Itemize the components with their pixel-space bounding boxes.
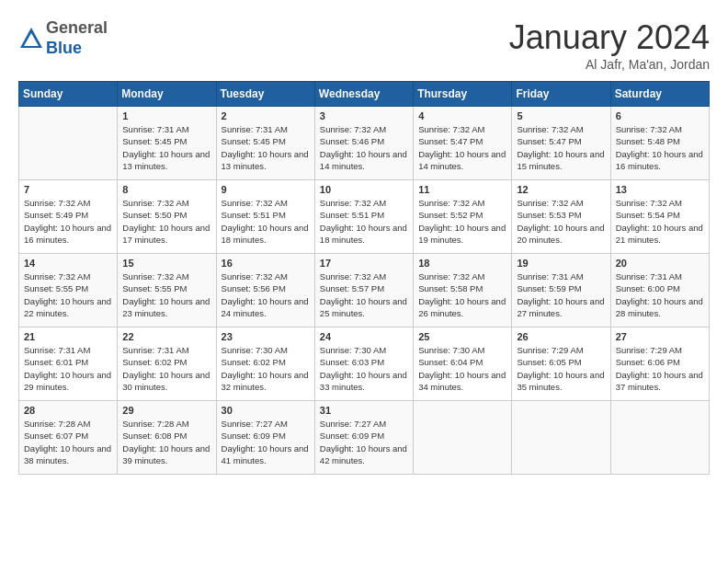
calendar-cell: 19Sunrise: 7:31 AMSunset: 5:59 PMDayligh… bbox=[512, 254, 610, 327]
calendar-cell: 4Sunrise: 7:32 AMSunset: 5:47 PMDaylight… bbox=[414, 107, 512, 180]
calendar-cell: 2Sunrise: 7:31 AMSunset: 5:45 PMDaylight… bbox=[216, 107, 314, 180]
day-number: 18 bbox=[418, 258, 506, 269]
day-info: Sunrise: 7:32 AMSunset: 5:57 PMDaylight:… bbox=[320, 270, 408, 319]
calendar-cell: 25Sunrise: 7:30 AMSunset: 6:04 PMDayligh… bbox=[414, 327, 512, 401]
calendar-cell bbox=[19, 107, 118, 180]
day-number: 1 bbox=[122, 110, 210, 121]
day-number: 25 bbox=[418, 331, 506, 342]
calendar-cell: 7Sunrise: 7:32 AMSunset: 5:49 PMDaylight… bbox=[19, 180, 118, 254]
day-info: Sunrise: 7:32 AMSunset: 5:56 PMDaylight:… bbox=[222, 270, 310, 319]
title-block: January 2024 Al Jafr, Ma'an, Jordan bbox=[509, 18, 710, 72]
day-number: 23 bbox=[222, 331, 310, 342]
calendar-cell: 16Sunrise: 7:32 AMSunset: 5:56 PMDayligh… bbox=[216, 254, 314, 327]
day-number: 26 bbox=[517, 331, 605, 342]
calendar-cell: 28Sunrise: 7:28 AMSunset: 6:07 PMDayligh… bbox=[19, 401, 118, 475]
day-info: Sunrise: 7:32 AMSunset: 5:53 PMDaylight:… bbox=[517, 197, 605, 246]
calendar-cell: 20Sunrise: 7:31 AMSunset: 6:00 PMDayligh… bbox=[610, 254, 709, 327]
day-info: Sunrise: 7:32 AMSunset: 5:48 PMDaylight:… bbox=[616, 123, 704, 172]
day-info: Sunrise: 7:30 AMSunset: 6:02 PMDaylight:… bbox=[222, 344, 310, 393]
calendar-cell: 15Sunrise: 7:32 AMSunset: 5:55 PMDayligh… bbox=[118, 254, 216, 327]
logo-icon bbox=[18, 26, 44, 52]
day-info: Sunrise: 7:31 AMSunset: 6:01 PMDaylight:… bbox=[24, 344, 112, 393]
day-info: Sunrise: 7:32 AMSunset: 5:55 PMDaylight:… bbox=[24, 270, 112, 319]
day-info: Sunrise: 7:28 AMSunset: 6:08 PMDaylight:… bbox=[122, 418, 210, 466]
weekday-header: Sunday bbox=[19, 82, 118, 107]
calendar-body: 1Sunrise: 7:31 AMSunset: 5:45 PMDaylight… bbox=[19, 107, 710, 475]
day-number: 30 bbox=[222, 405, 310, 416]
weekday-header: Friday bbox=[512, 82, 610, 107]
day-info: Sunrise: 7:30 AMSunset: 6:04 PMDaylight:… bbox=[418, 344, 506, 393]
calendar-cell: 1Sunrise: 7:31 AMSunset: 5:45 PMDaylight… bbox=[118, 107, 216, 180]
day-info: Sunrise: 7:32 AMSunset: 5:47 PMDaylight:… bbox=[517, 123, 605, 172]
logo-text: General Blue bbox=[46, 18, 108, 58]
calendar-cell: 11Sunrise: 7:32 AMSunset: 5:52 PMDayligh… bbox=[414, 180, 512, 254]
calendar-cell bbox=[610, 401, 709, 475]
day-info: Sunrise: 7:32 AMSunset: 5:46 PMDaylight:… bbox=[320, 123, 408, 172]
day-info: Sunrise: 7:32 AMSunset: 5:52 PMDaylight:… bbox=[418, 197, 506, 246]
weekday-header: Thursday bbox=[414, 82, 512, 107]
calendar-cell: 29Sunrise: 7:28 AMSunset: 6:08 PMDayligh… bbox=[118, 401, 216, 475]
calendar-cell: 13Sunrise: 7:32 AMSunset: 5:54 PMDayligh… bbox=[610, 180, 709, 254]
day-number: 8 bbox=[122, 184, 210, 195]
day-number: 16 bbox=[222, 258, 310, 269]
calendar-week-row: 28Sunrise: 7:28 AMSunset: 6:07 PMDayligh… bbox=[19, 401, 710, 475]
calendar-cell: 14Sunrise: 7:32 AMSunset: 5:55 PMDayligh… bbox=[19, 254, 118, 327]
calendar-cell: 12Sunrise: 7:32 AMSunset: 5:53 PMDayligh… bbox=[512, 180, 610, 254]
day-info: Sunrise: 7:31 AMSunset: 5:59 PMDaylight:… bbox=[517, 270, 605, 319]
day-number: 20 bbox=[616, 258, 704, 269]
day-info: Sunrise: 7:32 AMSunset: 5:49 PMDaylight:… bbox=[24, 197, 112, 246]
calendar-cell: 23Sunrise: 7:30 AMSunset: 6:02 PMDayligh… bbox=[216, 327, 314, 401]
day-number: 7 bbox=[24, 184, 112, 195]
calendar-cell: 26Sunrise: 7:29 AMSunset: 6:05 PMDayligh… bbox=[512, 327, 610, 401]
day-info: Sunrise: 7:32 AMSunset: 5:50 PMDaylight:… bbox=[122, 197, 210, 246]
calendar-cell: 10Sunrise: 7:32 AMSunset: 5:51 PMDayligh… bbox=[314, 180, 413, 254]
calendar-table: SundayMondayTuesdayWednesdayThursdayFrid… bbox=[18, 81, 710, 475]
calendar-cell: 24Sunrise: 7:30 AMSunset: 6:03 PMDayligh… bbox=[314, 327, 413, 401]
calendar-cell: 9Sunrise: 7:32 AMSunset: 5:51 PMDaylight… bbox=[216, 180, 314, 254]
day-info: Sunrise: 7:32 AMSunset: 5:58 PMDaylight:… bbox=[418, 270, 506, 319]
calendar-cell: 18Sunrise: 7:32 AMSunset: 5:58 PMDayligh… bbox=[414, 254, 512, 327]
calendar-week-row: 14Sunrise: 7:32 AMSunset: 5:55 PMDayligh… bbox=[19, 254, 710, 327]
calendar-cell: 30Sunrise: 7:27 AMSunset: 6:09 PMDayligh… bbox=[216, 401, 314, 475]
day-number: 27 bbox=[616, 331, 704, 342]
month-title: January 2024 bbox=[509, 18, 710, 57]
calendar-week-row: 1Sunrise: 7:31 AMSunset: 5:45 PMDaylight… bbox=[19, 107, 710, 180]
calendar-cell: 17Sunrise: 7:32 AMSunset: 5:57 PMDayligh… bbox=[314, 254, 413, 327]
day-number: 10 bbox=[320, 184, 408, 195]
day-number: 4 bbox=[418, 110, 506, 121]
day-info: Sunrise: 7:29 AMSunset: 6:06 PMDaylight:… bbox=[616, 344, 704, 393]
day-info: Sunrise: 7:31 AMSunset: 5:45 PMDaylight:… bbox=[222, 123, 310, 172]
day-number: 3 bbox=[320, 110, 408, 121]
day-number: 28 bbox=[24, 405, 112, 416]
calendar-cell: 3Sunrise: 7:32 AMSunset: 5:46 PMDaylight… bbox=[314, 107, 413, 180]
calendar-cell: 8Sunrise: 7:32 AMSunset: 5:50 PMDaylight… bbox=[118, 180, 216, 254]
calendar-week-row: 21Sunrise: 7:31 AMSunset: 6:01 PMDayligh… bbox=[19, 327, 710, 401]
calendar-week-row: 7Sunrise: 7:32 AMSunset: 5:49 PMDaylight… bbox=[19, 180, 710, 254]
calendar-cell: 5Sunrise: 7:32 AMSunset: 5:47 PMDaylight… bbox=[512, 107, 610, 180]
day-number: 9 bbox=[222, 184, 310, 195]
day-number: 14 bbox=[24, 258, 112, 269]
day-number: 5 bbox=[517, 110, 605, 121]
location: Al Jafr, Ma'an, Jordan bbox=[509, 57, 710, 72]
day-info: Sunrise: 7:32 AMSunset: 5:51 PMDaylight:… bbox=[222, 197, 310, 246]
day-info: Sunrise: 7:29 AMSunset: 6:05 PMDaylight:… bbox=[517, 344, 605, 393]
weekday-header: Monday bbox=[118, 82, 216, 107]
day-number: 12 bbox=[517, 184, 605, 195]
day-number: 2 bbox=[222, 110, 310, 121]
weekday-header: Tuesday bbox=[216, 82, 314, 107]
calendar-cell: 22Sunrise: 7:31 AMSunset: 6:02 PMDayligh… bbox=[118, 327, 216, 401]
day-info: Sunrise: 7:27 AMSunset: 6:09 PMDaylight:… bbox=[222, 418, 310, 466]
day-number: 11 bbox=[418, 184, 506, 195]
calendar-cell bbox=[414, 401, 512, 475]
day-number: 21 bbox=[24, 331, 112, 342]
day-info: Sunrise: 7:31 AMSunset: 6:02 PMDaylight:… bbox=[122, 344, 210, 393]
day-info: Sunrise: 7:27 AMSunset: 6:09 PMDaylight:… bbox=[320, 418, 408, 466]
day-number: 22 bbox=[122, 331, 210, 342]
calendar-cell: 27Sunrise: 7:29 AMSunset: 6:06 PMDayligh… bbox=[610, 327, 709, 401]
day-info: Sunrise: 7:32 AMSunset: 5:47 PMDaylight:… bbox=[418, 123, 506, 172]
day-info: Sunrise: 7:30 AMSunset: 6:03 PMDaylight:… bbox=[320, 344, 408, 393]
logo: General Blue bbox=[18, 18, 108, 58]
day-number: 19 bbox=[517, 258, 605, 269]
day-number: 24 bbox=[320, 331, 408, 342]
day-info: Sunrise: 7:31 AMSunset: 5:45 PMDaylight:… bbox=[122, 123, 210, 172]
